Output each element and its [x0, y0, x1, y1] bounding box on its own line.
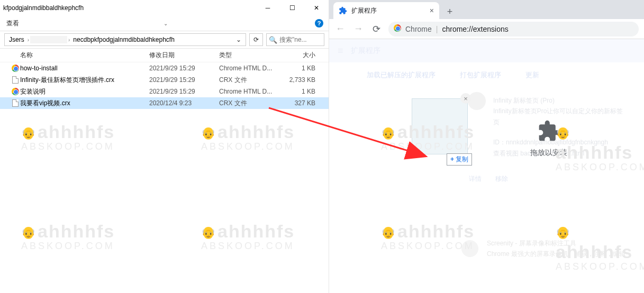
file-size: 2,733 KB — [284, 76, 315, 84]
update-button[interactable]: 更新 — [520, 67, 545, 84]
file-name: how-to-install — [20, 65, 149, 72]
file-name: 我要看vip视频.crx — [20, 99, 149, 108]
file-size: 1 KB — [284, 65, 315, 72]
extensions-toolbar: ≡ 扩展程序 — [329, 39, 644, 62]
chrome-icon — [12, 65, 19, 72]
help-icon[interactable]: ? — [315, 19, 323, 28]
chrome-icon — [12, 88, 19, 95]
extensions-action-row: 加载已解压的扩展程序 打包扩展程序 更新 — [329, 62, 644, 88]
chevron-right-icon: › — [67, 37, 71, 43]
file-type: CRX 文件 — [219, 76, 284, 85]
file-date: 2021/9/29 15:29 — [149, 65, 219, 72]
tab-strip: 扩展程序 × + — [329, 0, 644, 19]
ribbon-expand-icon[interactable]: ⌄ — [164, 21, 168, 26]
file-size: 1 KB — [284, 88, 315, 95]
chevron-right-icon: › — [26, 37, 30, 43]
file-row[interactable]: Infinity-最佳新标签页增强插件.crx2021/9/29 15:29CR… — [0, 74, 329, 86]
minimize-button[interactable]: ─ — [256, 0, 280, 16]
file-explorer-window: kfpodgjalnmdibbaldhkephcfh ─ ☐ ✕ 查看 ⌄ ? … — [0, 0, 329, 293]
card2-title: Screenity - 屏幕录像和标注工具 — [487, 238, 625, 249]
address-bar[interactable]: Chrome | chrome://extensions — [388, 22, 639, 36]
new-tab-button[interactable]: + — [442, 4, 457, 19]
tab-title: 扩展程序 — [351, 6, 377, 15]
dragged-file-preview — [412, 98, 468, 154]
pack-extension-button[interactable]: 打包扩展程序 — [454, 67, 507, 84]
crumb-2[interactable]: necdbpkfpodgjalnmdibbaldhkephcfh — [71, 36, 176, 43]
file-date: 2021/9/29 15:29 — [149, 88, 219, 95]
file-name: 安装说明 — [20, 87, 149, 96]
tab-close-icon[interactable]: × — [430, 6, 434, 15]
window-title: kfpodgjalnmdibbaldhkephcfh — [3, 4, 256, 12]
extension-icon — [339, 6, 347, 15]
col-type[interactable]: 类型 — [219, 51, 284, 60]
file-name: Infinity-最佳新标签页增强插件.crx — [20, 76, 149, 85]
puzzle-icon — [537, 120, 560, 143]
extension-avatar — [468, 92, 486, 110]
maximize-button[interactable]: ☐ — [280, 0, 304, 16]
col-size[interactable]: 大小 — [284, 51, 315, 60]
close-button[interactable]: ✕ — [304, 0, 329, 16]
forward-button[interactable]: → — [352, 23, 364, 35]
plus-icon: + — [450, 155, 454, 163]
card2-desc: Chrome 最强大的屏幕录像机。捕获，注释，编辑 — [487, 249, 625, 259]
details-link[interactable]: 详情 — [469, 173, 482, 184]
breadcrumb[interactable]: Jsers › › necdbpkfpodgjalnmdibbaldhkephc… — [4, 33, 246, 46]
refresh-button[interactable]: ⟳ — [249, 33, 263, 46]
omnibox-separator: | — [436, 25, 438, 33]
file-type: Chrome HTML D... — [219, 65, 284, 72]
dropdown-icon[interactable]: ⌄ — [232, 33, 246, 46]
file-size: 327 KB — [284, 99, 315, 107]
col-name[interactable]: 名称 — [20, 51, 149, 60]
drop-target[interactable]: 拖放以安装 — [530, 120, 567, 158]
drop-label: 拖放以安装 — [530, 148, 567, 158]
col-date[interactable]: 修改日期 — [149, 51, 219, 60]
file-icon — [12, 99, 19, 107]
file-date: 2021/9/29 15:29 — [149, 76, 219, 84]
search-input[interactable]: 🔍 搜索"ne... — [266, 33, 324, 46]
column-headers: 名称 修改日期 类型 大小 — [0, 49, 329, 62]
drag-cancel-icon: × — [460, 93, 471, 104]
toolbar: ← → ⟳ Chrome | chrome://extensions — [329, 19, 644, 39]
menubar: 查看 ⌄ ? — [0, 16, 329, 31]
file-icon — [12, 76, 19, 84]
search-icon: 🔍 — [269, 36, 277, 44]
remove-link[interactable]: 移除 — [495, 173, 508, 184]
file-type: Chrome HTML D... — [219, 88, 284, 95]
window-titlebar: kfpodgjalnmdibbaldhkephcfh ─ ☐ ✕ — [0, 0, 329, 16]
card-title: Infinity 新标签页 (Pro) — [493, 95, 623, 106]
extensions-title: 扩展程序 — [351, 46, 380, 56]
extension-avatar — [461, 240, 478, 257]
reload-button[interactable]: ⟳ — [370, 23, 382, 35]
menu-icon[interactable]: ≡ — [338, 45, 343, 57]
file-date: 2020/12/4 9:23 — [149, 99, 219, 107]
extension-card-2: Screenity - 屏幕录像和标注工具 Chrome 最强大的屏幕录像机。捕… — [487, 238, 625, 260]
omnibox-prefix: Chrome — [405, 25, 432, 33]
file-row[interactable]: how-to-install2021/9/29 15:29Chrome HTML… — [0, 62, 329, 74]
file-row[interactable]: 安装说明2021/9/29 15:29Chrome HTML D...1 KB — [0, 86, 329, 97]
extensions-body: Infinity 新标签页 (Pro) Infinity新标签页Pro让你可以自… — [329, 88, 644, 98]
crumb-0[interactable]: Jsers — [7, 36, 26, 43]
chrome-icon — [394, 24, 401, 33]
back-button[interactable]: ← — [334, 23, 346, 35]
menu-view[interactable]: 查看 — [6, 19, 19, 28]
address-row: Jsers › › necdbpkfpodgjalnmdibbaldhkephc… — [0, 31, 329, 49]
file-list: how-to-install2021/9/29 15:29Chrome HTML… — [0, 62, 329, 109]
crumb-1[interactable] — [30, 36, 67, 43]
file-type: CRX 文件 — [219, 99, 284, 108]
search-placeholder: 搜索"ne... — [279, 35, 307, 44]
copy-label: 复制 — [456, 155, 468, 163]
load-unpacked-button[interactable]: 加载已解压的扩展程序 — [361, 67, 441, 84]
omnibox-url: chrome://extensions — [442, 25, 508, 33]
tab-extensions[interactable]: 扩展程序 × — [333, 2, 439, 19]
copy-tooltip: + 复制 — [447, 153, 472, 166]
file-row[interactable]: 我要看vip视频.crx2020/12/4 9:23CRX 文件327 KB — [0, 97, 329, 109]
